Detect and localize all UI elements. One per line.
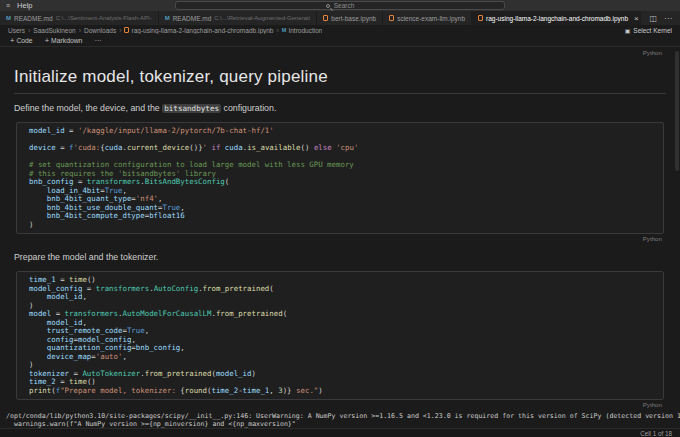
notebook-file-icon [323, 15, 328, 21]
intro-paragraph: Define the model, the device, and the bi… [14, 103, 666, 113]
code-line: tokenizer = AutoTokenizer.from_pretraine… [29, 370, 659, 379]
tab-list: MREADME.mdC:\...\Sentiment-Analysis-Flas… [0, 11, 641, 25]
code-line: bnb_4bit_compute_dtype=bfloat16 [29, 212, 659, 221]
markdown-file-icon: M [165, 15, 170, 21]
code-token: , [180, 343, 184, 352]
breadcrumb-item[interactable]: MIntroduction [282, 27, 323, 34]
code-token: ( [225, 177, 229, 186]
breadcrumb-item[interactable]: rag-using-llama-2-langchain-and-chromadb… [124, 27, 273, 34]
code-token: from_pretrained [145, 369, 212, 378]
code-token: from_pretrained [203, 284, 270, 293]
code-cell-bnb-config[interactable]: model_id = '/kaggle/input/llama-2/pytorc… [16, 122, 664, 234]
code-line: ) [29, 221, 659, 230]
markdown-file-icon: M [6, 15, 11, 21]
add-code-cell-button[interactable]: + Code [10, 36, 33, 45]
code-token: current_device [127, 143, 189, 152]
code-token: device_map [47, 352, 92, 361]
breadcrumb-separator-icon: › [276, 27, 278, 34]
code-token: = [65, 126, 78, 135]
tab-detail: C:\...\Retrieval-Augmented-Generation-In… [214, 15, 310, 21]
menu-help[interactable]: Help [17, 1, 32, 10]
tab-5[interactable]: rag-using-llama-2-langchain-and-chromadb… [472, 11, 641, 25]
code-token: sec." [292, 386, 319, 395]
breadcrumb-separator-icon: › [79, 27, 81, 34]
breadcrumb-label: Introduction [288, 27, 322, 34]
tab-label: bert-base.ipynb [331, 15, 376, 22]
breadcrumb-label: SaadSukineon [33, 27, 75, 34]
breadcrumb-item[interactable]: Downloads [84, 27, 116, 34]
select-kernel-button[interactable]: ▣ Select Kernel [625, 27, 672, 34]
kernel-icon: ▣ [625, 27, 631, 34]
code-token: ) [29, 220, 33, 229]
cell-language-label[interactable]: Python [0, 401, 662, 409]
select-kernel-label: Select Kernel [633, 27, 672, 34]
previous-cell-language-label[interactable]: Python [0, 47, 680, 56]
add-markdown-cell-button[interactable]: + Markdown [45, 36, 83, 45]
notebook-file-icon [478, 15, 483, 21]
code-token: bnb_config [136, 343, 181, 352]
code-line: device = f'cuda:{cuda.current_device()}'… [29, 144, 659, 153]
code-token: if [207, 143, 225, 152]
tab-label: README.md [14, 15, 53, 22]
output-line: /opt/conda/lib/python3.10/site-packages/… [6, 412, 680, 420]
tab-3[interactable]: bert-base.ipynb [317, 11, 383, 25]
code-token: is_available [247, 143, 300, 152]
code-token: ( [269, 284, 273, 293]
paragraph-text: Define the model, the device, and the [14, 103, 162, 113]
breadcrumb-separator-icon: › [28, 27, 30, 34]
code-token: model_id [29, 126, 65, 135]
breadcrumb-row: Users›SaadSukineon›Downloads›rag-using-l… [0, 25, 680, 35]
breadcrumb-item[interactable]: SaadSukineon [33, 27, 75, 34]
code-cell-model-tokenizer[interactable]: time_1 = time()model_config = transforme… [16, 271, 664, 400]
code-token: cuda [225, 143, 243, 152]
tab-4[interactable]: science-exam-llm.ipynb [383, 11, 472, 25]
code-token: ) [252, 369, 256, 378]
notebook-editor: Python Initialize model, tokenizer, quer… [0, 47, 680, 428]
breadcrumb-item[interactable]: Users [8, 27, 25, 34]
code-token: , [269, 386, 278, 395]
notebook-icon [124, 27, 129, 33]
editor-actions: ◫ ⋯ [641, 11, 680, 25]
notebook-toolbar: + Code + Markdown ⋯ [0, 35, 680, 47]
breadcrumb-label: rag-using-llama-2-langchain-and-chromadb… [131, 27, 273, 34]
code-token: ()} [189, 143, 202, 152]
split-editor-icon[interactable]: ◫ [649, 14, 657, 23]
add-code-label: Code [16, 37, 32, 44]
command-search-input[interactable]: Search [175, 1, 505, 10]
close-tab-icon[interactable]: × [634, 14, 639, 23]
breadcrumb-separator-icon: › [119, 27, 121, 34]
toolbar-more-actions-icon[interactable]: ⋯ [94, 37, 101, 45]
code-token: from_pretrained [216, 309, 283, 318]
code-token: else [309, 143, 336, 152]
code-token: AutoModelForCausalLM [122, 309, 211, 318]
menu-icon[interactable]: ≡ [6, 2, 10, 9]
code-line: model_id, [29, 293, 659, 302]
code-token: 'cpu' [336, 143, 358, 152]
code-token: model_id [216, 369, 252, 378]
code-token: , [122, 352, 126, 361]
markdown-cell-intro[interactable]: Initialize model, tokenizer, query pipel… [0, 67, 680, 113]
code-token: transformers [96, 284, 149, 293]
search-icon [326, 4, 330, 8]
code-line: model_id = '/kaggle/input/llama-2/pytorc… [29, 127, 659, 136]
tab-label: rag-using-llama-2-langchain-and-chromadb… [486, 15, 628, 22]
output-line: warnings.warn(f"A NumPy version >={np_mi… [6, 420, 680, 428]
code-token: cuda [105, 143, 123, 152]
code-token: "Prepare model, tokenizer: [60, 386, 180, 395]
code-token: , [82, 292, 86, 301]
code-token: ( [283, 309, 287, 318]
cell-language-label[interactable]: Python [0, 235, 662, 243]
tab-1[interactable]: MREADME.mdC:\...\Sentiment-Analysis-Flas… [0, 11, 159, 25]
title-bar: ≡ Help Search [0, 0, 680, 11]
code-token: print [29, 386, 51, 395]
tab-bar: MREADME.mdC:\...\Sentiment-Analysis-Flas… [0, 11, 680, 25]
plus-icon: + [10, 36, 14, 45]
notebook-scrollbar[interactable] [675, 51, 679, 171]
code-line: model_config = transformers.AutoConfig.f… [29, 285, 659, 294]
code-token: 'cuda: [74, 143, 101, 152]
breadcrumb: Users›SaadSukineon›Downloads›rag-using-l… [8, 27, 322, 34]
markdown-icon: M [282, 27, 287, 33]
tab-2[interactable]: MREADME.mdC:\...\Retrieval-Augmented-Gen… [159, 11, 318, 25]
code-token: round [185, 386, 207, 395]
more-actions-icon[interactable]: ⋯ [664, 14, 672, 23]
